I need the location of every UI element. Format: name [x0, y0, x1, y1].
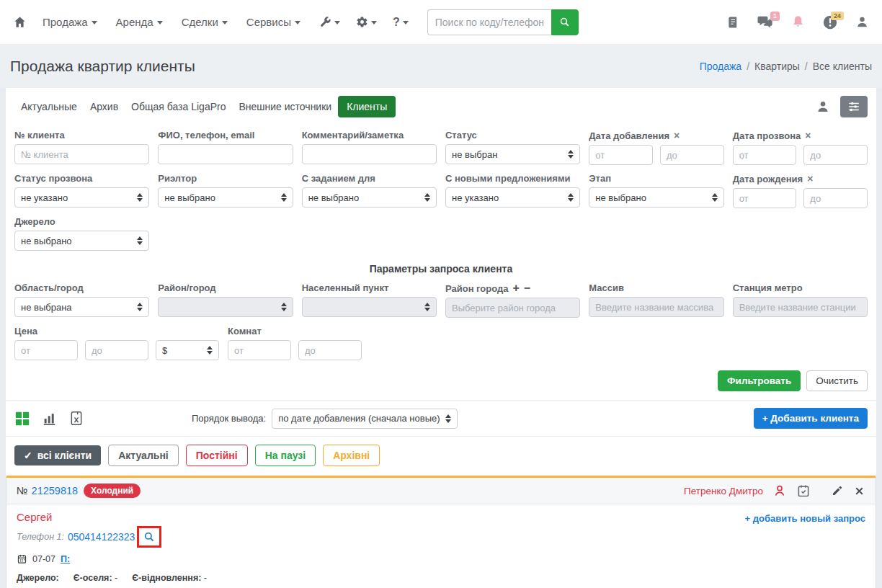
client-card: № 21259818 Холодний Петренко Дмитро — [6, 476, 876, 588]
phone-link[interactable]: 050414122323 — [68, 531, 135, 543]
price-rooms-row: Цена $ Комнат — [6, 318, 876, 360]
client-name: Сергей — [17, 511, 865, 523]
status-badge: Холодний — [84, 484, 141, 498]
filter-call-status: Статус прозвона не указано — [14, 173, 149, 208]
price-to-input[interactable] — [85, 340, 148, 360]
chip-actual[interactable]: Актуальні — [108, 445, 179, 466]
chip-all-clients[interactable]: ✓ всі клієнти — [14, 445, 101, 466]
chip-paused[interactable]: На паузі — [255, 445, 316, 466]
status-select[interactable]: не выбран — [445, 144, 580, 164]
client-list: № 21259818 Холодний Петренко Дмитро — [0, 476, 882, 588]
clear-birth-date-icon[interactable]: × — [807, 173, 813, 184]
question-icon: ? — [393, 16, 400, 29]
clear-button[interactable]: Очистить — [806, 370, 868, 391]
filter-district: Район/город — [158, 282, 293, 318]
chevron-down-icon — [371, 21, 377, 24]
chip-permanent[interactable]: Постійні — [186, 445, 248, 466]
remove-district-icon[interactable]: − — [524, 282, 530, 294]
add-request-link[interactable]: + добавить новый запрос — [745, 513, 865, 524]
birth-date-to-input[interactable] — [803, 188, 868, 208]
tabs-bar: Актуальные Архив Общая база LigaPro Внеш… — [6, 88, 876, 124]
select-arrows-icon — [424, 193, 430, 202]
filter-fio: ФИО, телефон, email — [158, 130, 293, 165]
fio-input[interactable] — [158, 144, 293, 164]
district-select[interactable] — [158, 297, 293, 317]
settlement-select[interactable] — [302, 297, 437, 317]
select-arrows-icon — [207, 346, 213, 355]
comment-input[interactable] — [302, 144, 437, 164]
search-button[interactable] — [551, 9, 579, 35]
currency-select[interactable]: $ — [156, 340, 219, 360]
rooms-from-input[interactable] — [228, 340, 291, 360]
agent-person-icon[interactable] — [772, 484, 787, 498]
stage-select[interactable]: не выбрано — [589, 187, 723, 208]
select-arrows-icon — [137, 303, 143, 311]
date-added-from-input[interactable] — [589, 145, 653, 165]
phone-search-icon[interactable] — [143, 530, 156, 543]
call-status-select[interactable]: не указано — [14, 187, 149, 208]
main-panel: Актуальные Архив Общая база LigaPro Внеш… — [6, 88, 876, 476]
tab-actual[interactable]: Актуальные — [14, 96, 84, 117]
filter-button[interactable]: Фильтровать — [718, 370, 801, 391]
annotation-highlight-box — [137, 526, 161, 548]
menu-deals[interactable]: Сделки — [182, 16, 228, 28]
calendar-check-icon[interactable] — [796, 484, 811, 498]
messages-icon[interactable]: 1 — [757, 14, 774, 30]
close-icon[interactable] — [853, 485, 865, 497]
help-menu[interactable]: ? — [393, 16, 409, 29]
filter-rooms: Комнат — [228, 326, 362, 360]
filter-settlement: Населенный пункт — [302, 282, 437, 318]
select-arrows-icon — [137, 236, 143, 245]
p-link[interactable]: П: — [61, 554, 70, 564]
source-select[interactable]: не выбрано — [14, 231, 149, 251]
date-call-from-input[interactable] — [733, 145, 797, 165]
home-icon[interactable] — [13, 15, 27, 29]
tab-ligapro-base[interactable]: Общая база LigaPro — [125, 96, 232, 117]
client-number-link[interactable]: 21259818 — [32, 485, 79, 496]
metro-input[interactable] — [733, 297, 868, 317]
tab-external-sources[interactable]: Внешние источники — [232, 96, 338, 117]
grid-view-icon[interactable] — [14, 411, 30, 427]
tab-clients[interactable]: Клиенты — [338, 96, 396, 117]
city-district-input[interactable] — [445, 298, 580, 318]
filter-city-district: Район города + − — [445, 282, 580, 318]
chart-view-icon[interactable] — [42, 411, 58, 427]
chevron-down-icon — [92, 21, 97, 24]
add-district-icon[interactable]: + — [513, 282, 520, 294]
menu-sales[interactable]: Продажа — [43, 16, 97, 28]
bell-icon[interactable] — [791, 14, 805, 30]
breadcrumb-sales-link[interactable]: Продажа — [700, 61, 741, 72]
edit-icon[interactable] — [830, 484, 844, 498]
clear-date-call-icon[interactable]: × — [805, 130, 811, 141]
excel-export-icon[interactable] — [69, 411, 84, 427]
filter-settings-button[interactable] — [840, 96, 868, 117]
request-params-title: Параметры запроса клиента — [14, 263, 868, 275]
alerts-icon[interactable]: 24 — [822, 14, 838, 30]
user-filter-icon[interactable] — [816, 99, 830, 114]
filters: № клиента ФИО, телефон, email Комментари… — [6, 124, 876, 318]
settings-menu[interactable] — [356, 16, 377, 28]
client-number-input[interactable] — [14, 144, 149, 164]
add-client-button[interactable]: + Добавить клиента — [754, 408, 868, 429]
massif-input[interactable] — [589, 297, 723, 317]
tab-archive[interactable]: Архив — [84, 96, 125, 117]
search-input[interactable] — [427, 9, 551, 35]
tools-menu[interactable] — [319, 16, 340, 28]
date-added-to-input[interactable] — [660, 145, 724, 165]
realtor-select[interactable]: не выбрано — [158, 187, 293, 208]
journal-icon[interactable] — [726, 15, 739, 30]
menu-services[interactable]: Сервисы — [246, 16, 300, 28]
price-from-input[interactable] — [14, 340, 78, 360]
rooms-to-input[interactable] — [298, 340, 362, 360]
birth-date-from-input[interactable] — [733, 188, 797, 208]
client-state-filters: ✓ всі клієнти Актуальні Постійні На пауз… — [6, 436, 876, 476]
with-task-select[interactable]: не выбрано — [302, 187, 437, 208]
menu-rent[interactable]: Аренда — [116, 16, 163, 28]
new-offers-select[interactable]: не указано — [445, 187, 580, 208]
clear-date-added-icon[interactable]: × — [674, 130, 680, 141]
date-call-to-input[interactable] — [803, 145, 868, 165]
region-select[interactable]: не выбрана — [14, 297, 149, 317]
user-icon[interactable] — [855, 15, 869, 29]
chip-archived[interactable]: Архівні — [323, 445, 380, 466]
sort-order-select[interactable]: по дате добавления (сначала новые) — [272, 409, 458, 429]
